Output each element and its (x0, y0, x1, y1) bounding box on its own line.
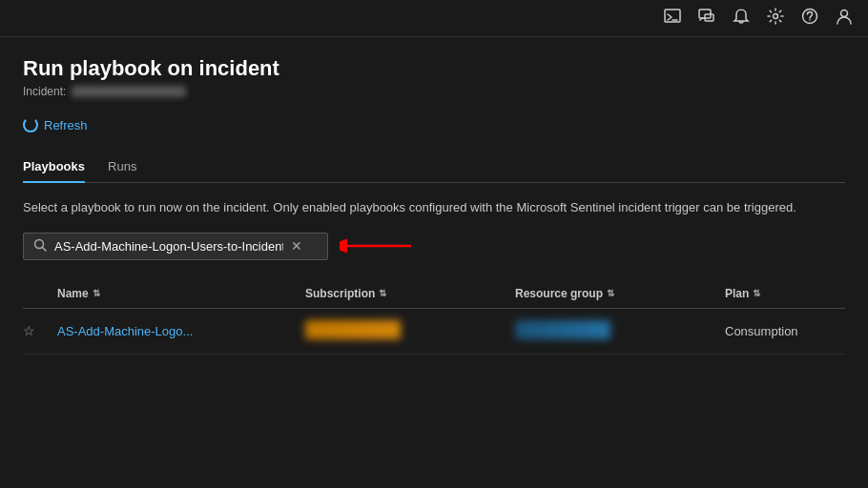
refresh-icon (23, 117, 38, 132)
plan-cell: Consumption (725, 324, 868, 338)
sort-plan-icon[interactable]: ⇅ (753, 288, 760, 298)
search-input[interactable] (54, 239, 283, 254)
th-subscription: Subscription ⇅ (305, 287, 515, 300)
incident-label: Incident: (23, 85, 845, 98)
description-text: Select a playbook to run now on the inci… (23, 198, 805, 217)
th-resource-group: Resource group ⇅ (515, 287, 725, 300)
th-star (23, 287, 57, 300)
refresh-button[interactable]: Refresh (23, 113, 88, 136)
svg-point-4 (774, 14, 778, 19)
page-title: Run playbook on incident (23, 56, 845, 81)
tab-playbooks[interactable]: Playbooks (23, 152, 85, 183)
tabs-container: Playbooks Runs (23, 152, 845, 183)
top-nav-bar (0, 0, 868, 37)
svg-point-7 (841, 10, 848, 17)
sort-name-icon[interactable]: ⇅ (93, 288, 100, 298)
search-icon (33, 238, 47, 254)
playbook-name-link[interactable]: AS-Add-Machine-Logo... (57, 324, 193, 338)
settings-icon[interactable] (767, 8, 784, 29)
star-cell[interactable]: ☆ (23, 323, 57, 338)
table-row: ☆ AS-Add-Machine-Logo... Consumption Run (23, 309, 845, 355)
favorite-star-icon[interactable]: ☆ (23, 323, 35, 338)
sort-resource-group-icon[interactable]: ⇅ (607, 288, 614, 298)
name-cell: AS-Add-Machine-Logo... (57, 324, 305, 338)
incident-id (72, 86, 186, 97)
tab-runs[interactable]: Runs (108, 152, 136, 183)
svg-point-6 (809, 19, 811, 21)
arrow-annotation (340, 234, 416, 257)
clear-search-icon[interactable]: ✕ (291, 238, 302, 254)
resource-group-value (515, 320, 610, 339)
th-name: Name ⇅ (57, 287, 305, 300)
feedback-icon[interactable] (698, 8, 715, 29)
subscription-cell (305, 320, 515, 342)
th-plan: Plan ⇅ (725, 287, 868, 300)
help-icon[interactable] (801, 8, 818, 29)
svg-line-9 (43, 247, 47, 251)
table-header: Name ⇅ Subscription ⇅ Resource group ⇅ P… (23, 279, 845, 309)
plan-value: Consumption (725, 324, 798, 338)
table-container: Name ⇅ Subscription ⇅ Resource group ⇅ P… (23, 279, 845, 355)
search-container: ✕ (23, 233, 845, 260)
terminal-icon[interactable] (664, 8, 681, 29)
sort-subscription-icon[interactable]: ⇅ (379, 288, 386, 298)
resource-group-cell (515, 320, 725, 342)
search-box: ✕ (23, 233, 328, 260)
notifications-icon[interactable] (733, 8, 750, 29)
account-icon[interactable] (836, 8, 853, 29)
main-content: Run playbook on incident Incident: Refre… (0, 37, 868, 488)
subscription-value (305, 320, 401, 339)
